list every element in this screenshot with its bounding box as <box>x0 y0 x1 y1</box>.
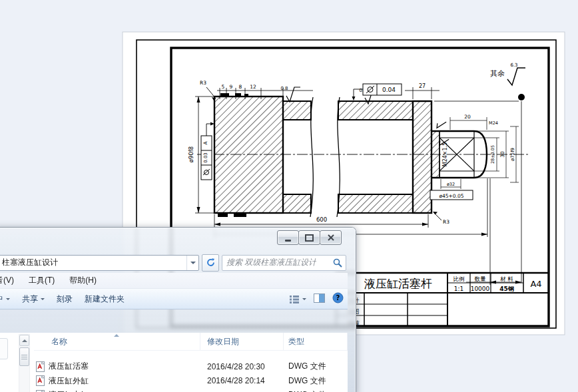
dim-d75: ø75f9 <box>510 148 515 161</box>
dim-d90: ø90f8 <box>188 146 194 162</box>
search-placeholder: 搜索 双级柱塞液压缸设计 <box>222 257 316 268</box>
balloon-marker <box>518 94 525 100</box>
menu-bar: 看(V) 工具(T) 帮助(H) <box>0 273 348 289</box>
toolbar-share-label: 共享 <box>22 294 38 305</box>
triangle-up-icon <box>22 339 27 342</box>
file-type: DWG 文件 <box>284 375 348 387</box>
file-name: 液压缸中缸 <box>49 389 89 392</box>
column-headers: 名称 修改日期 类型 <box>34 333 348 351</box>
file-name: 液压缸外缸 <box>49 375 89 387</box>
address-dropdown-button[interactable] <box>186 256 198 270</box>
close-icon <box>328 234 334 241</box>
dim-12: 12 <box>250 84 256 90</box>
part-name: 液压缸活塞杆 <box>364 277 432 290</box>
material-value: 45钢 <box>499 286 514 292</box>
search-icon[interactable] <box>333 258 342 271</box>
file-list: 名称 修改日期 类型 液压缸活塞 2 <box>34 333 348 392</box>
command-toolbar: 中 共享 刻录 新建文件夹 <box>0 289 348 309</box>
file-type: DWG 文件 <box>284 389 348 392</box>
tree-item-edge[interactable] <box>0 338 8 359</box>
scrollbar-thumb[interactable] <box>19 347 29 366</box>
file-modified: 2016/4/28 20:14 <box>200 376 284 385</box>
toolbar-burn[interactable]: 刻录 <box>51 289 79 309</box>
menu-view[interactable]: 看(V) <box>0 273 21 288</box>
dwg-file-icon <box>36 361 45 372</box>
fcf-datum: A <box>202 141 208 145</box>
dim-9: 9 <box>230 84 233 90</box>
roughness-1: 0.8 <box>280 86 288 91</box>
preview-pane-button[interactable] <box>314 294 325 305</box>
sheet-size: A4 <box>530 279 541 289</box>
toolbar-new-folder-label: 新建文件夹 <box>85 294 125 305</box>
minimize-icon <box>285 240 291 242</box>
svg-text:?: ? <box>336 294 340 301</box>
help-icon: ? <box>332 292 344 303</box>
scroll-up-button[interactable] <box>19 335 29 346</box>
piston-head <box>214 93 283 217</box>
material-label: 材 料 <box>499 276 513 282</box>
toolbar-burn-label: 刻录 <box>57 294 73 305</box>
chevron-down-icon <box>41 298 45 300</box>
dim-600: 600 <box>316 216 327 223</box>
file-name: 液压缸活塞 <box>49 361 89 372</box>
dim-8: 8 <box>239 84 242 90</box>
dim-boxed: ø45+0.05 <box>439 193 463 199</box>
file-row[interactable]: 液压缸外缸 2016/4/28 20:14 DWG 文件 <box>34 374 348 389</box>
qty-value: 10000 <box>471 286 490 292</box>
toolbar-share[interactable]: 共享 <box>16 289 51 309</box>
cylindricity-value: 0.04 <box>382 87 396 93</box>
end-wall <box>413 101 432 213</box>
address-text: 柱塞液压缸设计 <box>0 257 186 268</box>
views-button[interactable] <box>289 295 306 303</box>
menu-tools[interactable]: 工具(T) <box>21 273 62 288</box>
dwg-file-icon <box>36 375 45 386</box>
qty-label: 数量 <box>475 276 487 282</box>
dim-30: 30 <box>499 151 505 158</box>
maximize-icon <box>305 234 314 242</box>
fillet-bottom-label: R3 <box>443 219 449 225</box>
address-bar[interactable]: 柱塞液压缸设计 <box>0 255 199 271</box>
chevron-down-icon <box>302 298 306 300</box>
fcf-value: 0.03 <box>203 152 208 163</box>
navigation-pane <box>0 333 34 392</box>
nav-scrollbar[interactable] <box>19 334 30 392</box>
toolbar-organize[interactable]: 中 <box>0 289 16 309</box>
dim-d32: ø32 <box>447 182 455 187</box>
dim-5: 5 <box>222 84 225 90</box>
dim-28: 28±0.05 <box>490 145 495 164</box>
fillet-top-label: R3 <box>200 80 206 86</box>
column-header-modified[interactable]: 修改日期 <box>200 333 284 350</box>
thread-spec-label: M24×1.5 <box>442 142 448 167</box>
dim-27: 27 <box>419 83 426 89</box>
address-row: 柱塞液压缸设计 搜索 双级柱塞液压缸设计 <box>0 252 348 273</box>
menu-help[interactable]: 帮助(H) <box>62 273 104 288</box>
file-row[interactable]: 液压缸中缸 2016/4/28 20:14 DWG 文件 <box>34 388 348 392</box>
chevron-down-icon <box>190 262 196 264</box>
scale-value: 1:1 <box>454 286 463 292</box>
minimize-button[interactable] <box>277 230 299 245</box>
help-button[interactable]: ? <box>332 292 344 305</box>
file-row[interactable]: 液压缸活塞 2016/4/28 20:30 DWG 文件 <box>34 359 348 374</box>
file-modified: 2016/4/28 20:30 <box>200 362 284 371</box>
caption-buttons <box>278 230 342 245</box>
rest-value: 6.3 <box>510 63 517 68</box>
dim-m24: M24 <box>489 120 498 126</box>
preview-pane-icon <box>314 294 325 303</box>
views-icon <box>289 295 300 303</box>
rest-label: 其余 <box>490 69 505 78</box>
toolbar-organize-label: 中 <box>0 294 3 305</box>
sort-ascending-icon <box>114 334 119 337</box>
toolbar-new-folder[interactable]: 新建文件夹 <box>79 289 131 309</box>
refresh-icon <box>206 258 216 268</box>
scale-label: 比例 <box>453 276 465 282</box>
chevron-down-icon <box>6 298 10 300</box>
file-area: 名称 修改日期 类型 液压缸活塞 2 <box>0 333 348 392</box>
dim-20: 20 <box>464 114 471 120</box>
file-type: DWG 文件 <box>284 361 348 372</box>
search-input[interactable]: 搜索 双级柱塞液压缸设计 <box>222 255 346 271</box>
explorer-window: 柱塞液压缸设计 搜索 双级柱塞液压缸设计 看(V) <box>0 227 356 392</box>
refresh-button[interactable] <box>202 254 219 272</box>
close-button[interactable] <box>320 230 342 245</box>
column-header-type[interactable]: 类型 <box>284 333 348 350</box>
maximize-button[interactable] <box>298 230 320 245</box>
